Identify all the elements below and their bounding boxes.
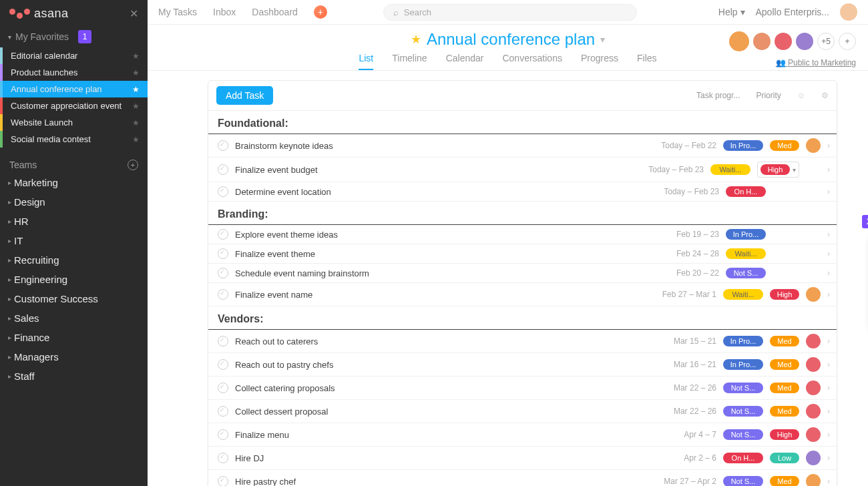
assignee-avatar[interactable] [806,451,821,465]
assignee-avatar[interactable] [806,334,821,348]
chevron-right-icon[interactable]: › [827,430,830,439]
person-icon[interactable]: ☺ [797,91,805,100]
star-icon[interactable]: ★ [132,135,140,144]
quick-add-button[interactable]: + [314,5,327,19]
priority-pill[interactable]: Low [770,453,799,463]
team-item[interactable]: ▸HR [0,212,148,231]
complete-checkbox[interactable] [218,476,228,486]
tab-progress[interactable]: Progress [581,53,618,70]
task-row[interactable]: Hire DJApr 2 – 6On H...Low› [208,447,837,470]
chevron-right-icon[interactable]: › [827,477,830,486]
priority-pill[interactable]: Med [770,406,799,417]
sidebar-favorite-item[interactable]: Customer appreciation event★ [0,97,148,114]
task-row[interactable]: Hire pastry chefMar 27 – Apr 2Not S...Me… [208,470,837,486]
chevron-right-icon[interactable]: › [827,268,830,278]
task-row[interactable]: Explore event theme ideasFeb 19 – 23In P… [208,225,837,244]
chevron-right-icon[interactable]: › [827,230,830,239]
sidebar-favorite-item[interactable]: Social media contest★ [0,131,148,148]
star-icon[interactable]: ★ [132,51,140,61]
team-item[interactable]: ▸Marketing [0,173,148,192]
priority-pill[interactable]: Med [770,140,799,151]
task-row[interactable]: Finalize event budgetToday – Feb 23Waiti… [208,158,837,182]
progress-pill[interactable]: Waiti... [723,289,763,300]
member-avatar[interactable] [775,33,792,50]
progress-pill[interactable]: In Pro... [723,140,763,151]
task-row[interactable]: Brainstorm keynote ideasToday – Feb 22In… [208,134,837,158]
progress-pill[interactable]: Not S... [723,383,763,393]
sidebar-favorite-item[interactable]: Annual conference plan★ [0,81,148,97]
tab-list[interactable]: List [359,53,373,70]
team-item[interactable]: ▸IT [0,231,148,250]
help-link[interactable]: Help ▾ [718,7,745,17]
star-icon[interactable]: ★ [411,32,421,47]
progress-pill[interactable]: Waiti... [726,248,766,259]
chevron-right-icon[interactable]: › [827,383,830,393]
progress-pill[interactable]: In Pro... [723,359,763,370]
task-row[interactable]: Schedule event naming brainstormFeb 20 –… [208,264,837,283]
star-icon[interactable]: ★ [132,85,140,94]
org-name[interactable]: Apollo Enterpris... [756,7,830,17]
chevron-right-icon[interactable]: › [827,290,830,299]
progress-pill[interactable]: In Pro... [723,336,763,346]
complete-checkbox[interactable] [218,383,228,393]
priority-select[interactable]: High▾ [757,162,799,178]
task-row[interactable]: Determine event locationToday – Feb 23On… [208,182,837,202]
team-item[interactable]: ▸Finance [0,328,148,347]
nav-my-tasks[interactable]: My Tasks [158,7,197,17]
chevron-right-icon[interactable]: › [827,141,830,150]
settings-icon[interactable]: ⚙ [821,91,829,100]
complete-checkbox[interactable] [218,289,228,300]
task-row[interactable]: Collect dessert proposalMar 22 – 26Not S… [208,400,837,423]
assignee-avatar[interactable] [806,427,821,442]
task-row[interactable]: Collect catering proposalsMar 22 – 26Not… [208,377,837,400]
nav-inbox[interactable]: Inbox [213,7,236,17]
star-icon[interactable]: ★ [132,68,140,77]
chevron-right-icon[interactable]: › [827,407,830,416]
tab-files[interactable]: Files [637,53,657,70]
col-progress[interactable]: Task progr... [696,91,740,100]
progress-pill[interactable]: Not S... [723,429,763,440]
complete-checkbox[interactable] [218,429,228,440]
complete-checkbox[interactable] [218,186,228,197]
progress-pill[interactable]: Not S... [723,476,763,486]
team-item[interactable]: ▸Design [0,192,148,212]
task-row[interactable]: Reach out to caterersMar 15 – 21In Pro..… [208,330,837,353]
complete-checkbox[interactable] [218,268,228,278]
chevron-right-icon[interactable]: › [827,249,830,258]
sidebar-favorite-item[interactable]: Editorial calendar★ [0,47,148,64]
progress-pill[interactable]: On H... [726,186,766,197]
complete-checkbox[interactable] [218,336,228,346]
tab-timeline[interactable]: Timeline [392,53,427,70]
progress-pill[interactable]: In Pro... [726,229,766,240]
tab-calendar[interactable]: Calendar [446,53,484,70]
add-member-button[interactable]: + [839,33,856,50]
assignee-avatar[interactable] [806,474,821,486]
chevron-down-icon[interactable]: ▾ [600,34,605,45]
chevron-right-icon[interactable]: › [827,453,830,463]
member-avatar[interactable] [796,33,813,50]
team-item[interactable]: ▸Sales [0,308,148,328]
progress-pill[interactable]: Not S... [726,268,766,278]
priority-pill[interactable]: Med [770,359,799,370]
assignee-avatar[interactable] [806,404,821,419]
priority-pill[interactable]: High [770,429,799,440]
complete-checkbox[interactable] [218,229,228,240]
section-title[interactable]: Foundational: [208,111,837,134]
priority-pill[interactable]: Med [770,476,799,486]
assignee-avatar[interactable] [806,138,821,153]
task-row[interactable]: Reach out to pastry chefsMar 16 – 21In P… [208,353,837,377]
sidebar-favorite-item[interactable]: Website Launch★ [0,114,148,131]
team-item[interactable]: ▸Customer Success [0,289,148,308]
user-avatar[interactable] [840,3,857,21]
complete-checkbox[interactable] [218,248,228,259]
col-priority[interactable]: Priority [756,91,781,100]
favorites-header[interactable]: ▾ My Favorites 1 [0,26,148,47]
priority-pill[interactable]: Med [770,383,799,393]
add-team-icon[interactable]: + [128,160,138,170]
add-task-button[interactable]: Add Task [216,86,273,105]
complete-checkbox[interactable] [218,453,228,463]
priority-pill[interactable]: Med [770,336,799,346]
member-avatar[interactable] [753,33,771,50]
team-item[interactable]: ▸Recruiting [0,250,148,270]
chevron-right-icon[interactable]: › [827,360,830,369]
